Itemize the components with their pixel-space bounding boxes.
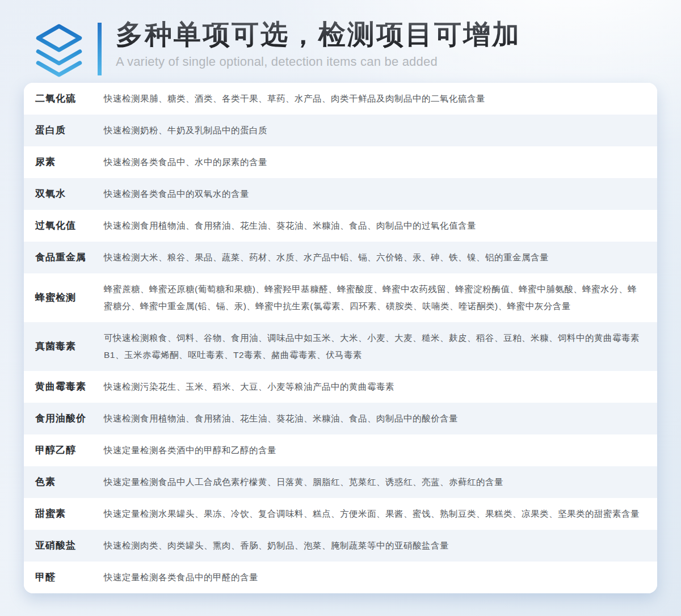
table-row: 色素 快速定量检测食品中人工合成色素柠檬黄、日落黄、胭脂红、苋菜红、诱惑红、亮蓝…	[24, 466, 657, 498]
item-description: 蜂蜜蔗糖、蜂蜜还原糖(葡萄糖和果糖)、蜂蜜羟甲基糠醛、蜂蜜酸度、蜂蜜中农药残留、…	[104, 281, 646, 315]
table-row: 亚硝酸盐 快速检测肉类、肉类罐头、熏肉、香肠、奶制品、泡菜、腌制蔬菜等中的亚硝酸…	[24, 530, 657, 562]
item-description: 快速定量检测各类酒中的甲醇和乙醇的含量	[104, 442, 646, 459]
table-row: 甲醇乙醇 快速定量检测各类酒中的甲醇和乙醇的含量	[24, 434, 657, 466]
table-row: 食品重金属 快速检测大米、粮谷、果品、蔬菜、药材、水质、水产品中铅、镉、六价铬、…	[24, 242, 657, 273]
item-name: 甲醛	[35, 569, 104, 586]
item-name: 食品重金属	[35, 249, 104, 266]
item-description: 快速定量检测食品中人工合成色素柠檬黄、日落黄、胭脂红、苋菜红、诱惑红、亮蓝、赤藓…	[104, 474, 646, 491]
table-row: 食用油酸价 快速检测食用植物油、食用猪油、花生油、葵花油、米糠油、食品、肉制品中…	[24, 403, 657, 434]
item-description: 可快速检测粮食、饲料、谷物、食用油、调味品中如玉米、大米、小麦、大麦、糙米、麸皮…	[104, 330, 646, 364]
item-name: 双氧水	[35, 185, 104, 202]
item-name: 蛋白质	[35, 122, 104, 139]
table-row: 二氧化硫 快速检测果脯、糖类、酒类、各类干果、草药、水产品、肉类干鲜品及肉制品中…	[24, 83, 657, 115]
item-name: 尿素	[35, 154, 104, 171]
page-title: 多种单项可选，检测项目可增加	[116, 18, 521, 52]
accent-divider	[98, 23, 102, 75]
item-description: 快速检测各类食品中、水中的尿素的含量	[104, 154, 646, 171]
item-description: 快速检测食用植物油、食用猪油、花生油、葵花油、米糠油、食品、肉制品中的过氧化值含…	[104, 217, 646, 234]
item-name: 食用油酸价	[35, 410, 104, 427]
item-name: 甜蜜素	[35, 505, 104, 522]
item-description: 快速定量检测水果罐头、果冻、冷饮、复合调味料、糕点、方便米面、果酱、蜜饯、熟制豆…	[104, 505, 646, 522]
item-name: 过氧化值	[35, 217, 104, 234]
item-description: 快速检测食用植物油、食用猪油、花生油、葵花油、米糠油、食品、肉制品中的酸价含量	[104, 410, 646, 427]
header-text: 多种单项可选，检测项目可增加 A variety of single optio…	[116, 18, 521, 69]
table-row: 过氧化值 快速检测食用植物油、食用猪油、花生油、葵花油、米糠油、食品、肉制品中的…	[24, 210, 657, 242]
table-row: 蜂蜜检测 蜂蜜蔗糖、蜂蜜还原糖(葡萄糖和果糖)、蜂蜜羟甲基糠醛、蜂蜜酸度、蜂蜜中…	[24, 273, 657, 322]
item-name: 亚硝酸盐	[35, 537, 104, 554]
item-name: 蜂蜜检测	[35, 289, 104, 306]
item-name: 色素	[35, 474, 104, 491]
item-description: 快速检测果脯、糖类、酒类、各类干果、草药、水产品、肉类干鲜品及肉制品中的二氧化硫…	[104, 90, 646, 107]
item-name: 黄曲霉毒素	[35, 378, 104, 395]
table-row: 真菌毒素 可快速检测粮食、饲料、谷物、食用油、调味品中如玉米、大米、小麦、大麦、…	[24, 322, 657, 371]
item-description: 快速检测大米、粮谷、果品、蔬菜、药材、水质、水产品中铅、镉、六价铬、汞、砷、铁、…	[104, 249, 646, 266]
table-row: 甲醛 快速定量检测各类食品中的甲醛的含量	[24, 562, 657, 593]
item-description: 快速检测各类食品中的双氧水的含量	[104, 185, 646, 202]
item-description: 快速检测奶粉、牛奶及乳制品中的蛋白质	[104, 122, 646, 139]
item-description: 快速检测污染花生、玉米、稻米、大豆、小麦等粮油产品中的黄曲霉毒素	[104, 378, 646, 395]
item-name: 甲醇乙醇	[35, 442, 104, 459]
table-row: 尿素 快速检测各类食品中、水中的尿素的含量	[24, 146, 657, 178]
page: 多种单项可选，检测项目可增加 A variety of single optio…	[0, 0, 681, 616]
table-row: 蛋白质 快速检测奶粉、牛奶及乳制品中的蛋白质	[24, 115, 657, 146]
table-row: 甜蜜素 快速定量检测水果罐头、果冻、冷饮、复合调味料、糕点、方便米面、果酱、蜜饯…	[24, 498, 657, 530]
detection-items-table: 二氧化硫 快速检测果脯、糖类、酒类、各类干果、草药、水产品、肉类干鲜品及肉制品中…	[24, 83, 657, 593]
item-name: 真菌毒素	[35, 338, 104, 355]
item-name: 二氧化硫	[35, 90, 104, 107]
layers-icon	[34, 23, 84, 78]
item-description: 快速检测肉类、肉类罐头、熏肉、香肠、奶制品、泡菜、腌制蔬菜等中的亚硝酸盐含量	[104, 537, 646, 554]
table-row: 黄曲霉毒素 快速检测污染花生、玉米、稻米、大豆、小麦等粮油产品中的黄曲霉毒素	[24, 371, 657, 403]
table-row: 双氧水 快速检测各类食品中的双氧水的含量	[24, 178, 657, 210]
page-subtitle: A variety of single optional, detection …	[116, 54, 521, 69]
item-description: 快速定量检测各类食品中的甲醛的含量	[104, 569, 646, 586]
header: 多种单项可选，检测项目可增加 A variety of single optio…	[0, 0, 681, 78]
